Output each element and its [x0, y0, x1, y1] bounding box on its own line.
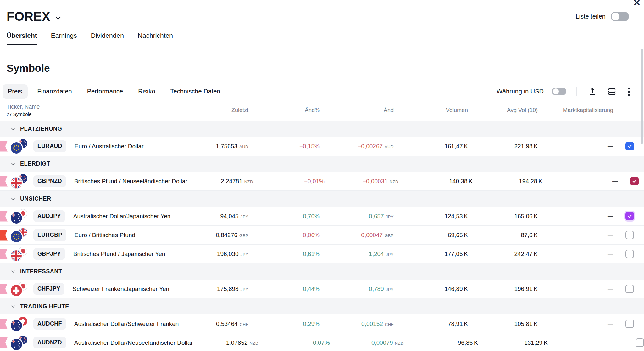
- export-icon[interactable]: [587, 86, 598, 97]
- group-label: UNSICHER: [20, 195, 51, 202]
- symbol-name: Australischer Dollar/Schweizer Franken: [74, 320, 179, 327]
- change-percent-cell: 0,61%: [248, 251, 320, 258]
- column-header[interactable]: Änd: [320, 107, 394, 114]
- column-header[interactable]: Änd%: [248, 107, 320, 114]
- currency-pair-flags-icon: [11, 209, 28, 224]
- group-header-interessant[interactable]: INTERESSANT: [0, 263, 644, 280]
- column-header[interactable]: Marktkapitalisierung: [538, 107, 613, 114]
- market-cap-cell: —: [538, 320, 613, 327]
- table-body: PLATZIERUNGEURAUDEuro / Australischer Do…: [0, 121, 644, 351]
- group-header-unsicher[interactable]: UNSICHER: [0, 191, 644, 207]
- close-icon[interactable]: ✕: [633, 0, 641, 8]
- chevron-down-icon: [11, 161, 15, 166]
- row-checkbox[interactable]: [625, 142, 634, 150]
- flag-marker-icon[interactable]: [0, 249, 8, 259]
- row-checkbox[interactable]: [636, 338, 644, 347]
- row-checkbox[interactable]: [625, 231, 634, 239]
- change-cell: −0,00031NZD: [325, 178, 398, 185]
- column-header[interactable]: Avg Vol (10): [468, 107, 538, 114]
- ticker-cell[interactable]: AUDCHF: [33, 318, 66, 330]
- row-checkbox[interactable]: [625, 250, 634, 258]
- subtab-performance[interactable]: Performance: [82, 84, 129, 99]
- last-price-cell: 175,898JPY: [183, 286, 248, 292]
- group-header-elerdigt[interactable]: ELERDIGT: [0, 156, 644, 172]
- symbol-row-audchf[interactable]: AUDCHFAustralischer Dollar/Schweizer Fra…: [0, 314, 644, 333]
- avg-volume-cell: 105,81 K: [468, 320, 538, 327]
- ticker-cell[interactable]: GBPNZD: [33, 175, 66, 187]
- flag-marker-icon[interactable]: [0, 284, 8, 294]
- change-cell: 0,00152CHF: [320, 320, 394, 327]
- flag-marker-icon[interactable]: [0, 176, 8, 187]
- check-icon: [627, 143, 633, 149]
- ticker-cell[interactable]: AUDJPY: [33, 210, 65, 222]
- flag-marker-icon[interactable]: [0, 211, 8, 222]
- currency-toggle[interactable]: [552, 88, 566, 95]
- group-header-trading-heute[interactable]: TRADING HEUTE: [0, 298, 644, 314]
- ticker-cell[interactable]: EURGBP: [33, 229, 66, 241]
- tab-earnings[interactable]: Earnings: [51, 32, 77, 45]
- flag-marker-icon[interactable]: [0, 141, 8, 152]
- column-ticker-name: Ticker, Name: [7, 104, 183, 110]
- last-price-cell: 0,84276GBP: [183, 232, 248, 239]
- base-currency-flag-icon: [11, 142, 22, 154]
- kebab-menu-icon[interactable]: [626, 86, 632, 98]
- flag-marker-icon[interactable]: [0, 319, 8, 329]
- ticker-cell[interactable]: GBPJPY: [33, 248, 65, 260]
- last-price-cell: 0,53464CHF: [183, 320, 248, 327]
- volume-cell: 78,91 K: [394, 320, 468, 327]
- chevron-down-icon: [11, 304, 15, 309]
- row-checkbox[interactable]: [625, 320, 634, 328]
- symbol-row-eurgbp[interactable]: EURGBPEuro / Britisches Pfund0,84276GBP−…: [0, 226, 644, 245]
- symbol-name: Australischer Dollar/Neuseeländischer Do…: [74, 339, 193, 346]
- avg-volume-cell: 194,28 K: [473, 178, 542, 185]
- chevron-down-icon[interactable]: [55, 14, 62, 21]
- subtab-preis[interactable]: Preis: [3, 84, 28, 99]
- group-label: INTERESSANT: [20, 268, 62, 275]
- ticker-cell[interactable]: AUDNZD: [33, 337, 66, 348]
- symbol-row-euraud[interactable]: EURAUDEuro / Australischer Dollar1,75653…: [0, 137, 644, 156]
- toggle-knob: [553, 88, 559, 94]
- row-checkbox[interactable]: [630, 177, 639, 185]
- ticker-cell[interactable]: EURAUD: [33, 140, 66, 152]
- last-price-cell: 2,24781NZD: [187, 178, 253, 185]
- subtab-technische-daten[interactable]: Technische Daten: [165, 84, 226, 99]
- symbol-row-chfjpy[interactable]: CHFJPYSchweizer Franken/Japanischer Yen1…: [0, 280, 644, 298]
- row-checkbox[interactable]: [625, 285, 634, 293]
- scrollbar[interactable]: [641, 49, 643, 144]
- subtab-finanzdaten[interactable]: Finanzdaten: [32, 84, 77, 99]
- symbol-row-audnzd[interactable]: AUDNZDAustralischer Dollar/Neuseeländisc…: [0, 333, 644, 351]
- ticker-cell[interactable]: CHFJPY: [33, 283, 64, 295]
- page-title: FOREX: [7, 9, 50, 24]
- group-header-platzierung[interactable]: PLATZIERUNG: [0, 121, 644, 137]
- subtab-risiko[interactable]: Risiko: [133, 84, 160, 99]
- volume-cell: 124,53 K: [394, 213, 468, 220]
- row-checkbox[interactable]: [625, 212, 634, 220]
- symbol-name: Britisches Pfund / Japanischer Yen: [73, 251, 165, 258]
- currency-toggle-label: Währung in USD: [497, 88, 544, 95]
- tab--bersicht[interactable]: Übersicht: [7, 32, 37, 45]
- flag-marker-icon[interactable]: [0, 230, 8, 241]
- section-title: Symbole: [7, 62, 644, 74]
- column-header[interactable]: Zuletzt: [183, 107, 248, 114]
- tab-dividenden[interactable]: Dividenden: [91, 32, 124, 45]
- column-header[interactable]: Volumen: [394, 107, 468, 114]
- symbol-row-gbpjpy[interactable]: GBPJPYBritisches Pfund / Japanischer Yen…: [0, 245, 644, 263]
- share-toggle[interactable]: [611, 12, 629, 21]
- base-currency-flag-icon: [11, 212, 22, 224]
- tab-nachrichten[interactable]: Nachrichten: [138, 32, 173, 45]
- symbol-row-audjpy[interactable]: AUDJPYAustralischer Dollar/Japanischer Y…: [0, 207, 644, 226]
- change-cell: 0,657JPY: [320, 213, 394, 220]
- table-header: Ticker, Name 27 Symbole Zuletzt Änd% Änd…: [0, 100, 644, 121]
- symbol-name: Euro / Britisches Pfund: [75, 232, 135, 239]
- currency-pair-flags-icon: [11, 247, 28, 261]
- symbol-row-gbpnzd[interactable]: GBPNZDBritisches Pfund / Neuseeländische…: [0, 172, 644, 191]
- main-tabs: ÜbersichtEarningsDividendenNachrichten: [7, 32, 632, 45]
- currency-pair-flags-icon: [11, 228, 28, 242]
- avg-volume-cell: 196,91 K: [468, 286, 538, 292]
- market-cap-cell: —: [542, 178, 618, 184]
- flag-marker-icon[interactable]: [0, 337, 8, 348]
- symbol-name: Britisches Pfund / Neuseeländischer Doll…: [74, 178, 187, 185]
- symbol-name: Schweizer Franken/Japanischer Yen: [73, 286, 169, 292]
- row-density-icon[interactable]: [606, 86, 618, 97]
- toggle-knob: [612, 13, 619, 20]
